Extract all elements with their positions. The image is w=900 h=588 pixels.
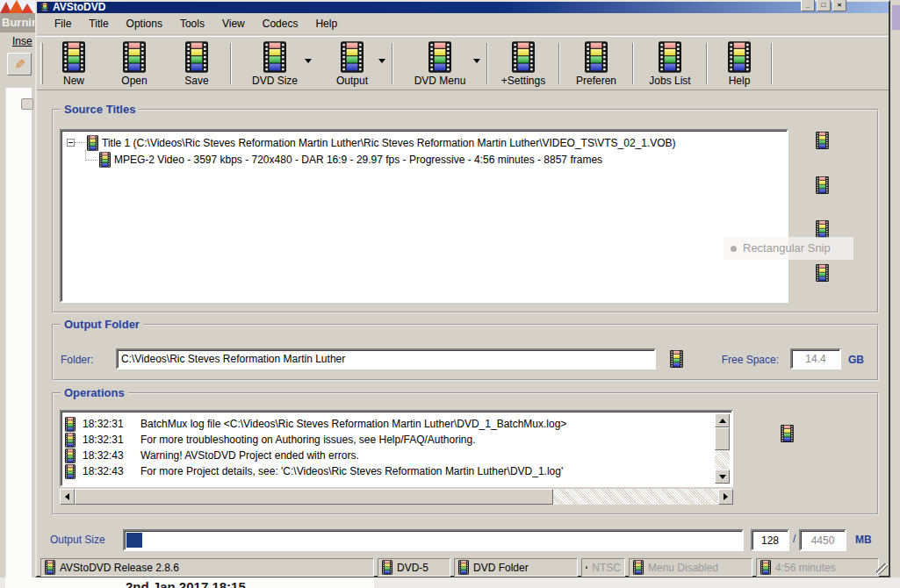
title-remove-button[interactable] [813, 262, 831, 283]
operations-log-list[interactable]: 18:32:31 BatchMux log file <C:\Videos\Ri… [60, 410, 733, 487]
background-menu-item[interactable]: Inse [0, 32, 35, 50]
status-duration: 4:56 minutes [756, 558, 879, 577]
scrollbar-thumb[interactable] [715, 427, 730, 450]
dvd-menu-button[interactable]: DVD Menu [396, 39, 484, 90]
close-button[interactable]: × [832, 0, 846, 11]
preferences-button[interactable]: Preferen [563, 39, 630, 90]
film-icon [428, 41, 451, 73]
film-icon [382, 560, 392, 575]
scroll-left-button[interactable] [60, 489, 75, 505]
settings-button[interactable]: +Settings [491, 39, 556, 90]
background-edit-button[interactable]: ✎ [7, 53, 32, 75]
scroll-right-button[interactable] [718, 489, 733, 505]
jobs-list-button[interactable]: Jobs List [637, 39, 703, 90]
resize-grip[interactable] [876, 563, 888, 575]
background-accent-strip [892, 5, 900, 30]
new-button[interactable]: New [45, 39, 103, 90]
group-title: Operations [61, 386, 128, 399]
avstodvd-window: AVStoDVD _ □ × File Title Options Tools … [35, 0, 890, 577]
save-button[interactable]: Save [166, 39, 227, 90]
background-clipped-text: 2nd Jan 2017 18:15 [126, 579, 246, 588]
log-row[interactable]: 18:32:43 Warning! AVStoDVD Project ended… [65, 448, 731, 463]
vertical-scrollbar[interactable] [715, 413, 730, 484]
film-icon [99, 152, 111, 168]
film-icon [65, 464, 76, 479]
film-icon [62, 41, 85, 73]
tree-connector [75, 142, 85, 143]
toolbar-separator [558, 43, 560, 84]
maximize-button[interactable]: □ [817, 0, 831, 11]
scrollbar-thumb[interactable] [75, 489, 553, 505]
log-row[interactable]: 18:32:43 For more Project details, see: … [65, 463, 731, 479]
dropdown-arrow-icon[interactable] [378, 59, 385, 63]
toolbar-separator [230, 43, 232, 84]
log-message: BatchMux log file <C:\Videos\Ric Steves … [140, 418, 566, 430]
status-release: AVStoDVD Release 2.8.6 [40, 558, 374, 577]
horizontal-scrollbar[interactable] [60, 489, 733, 505]
film-icon [781, 425, 794, 442]
tree-row-video-stream[interactable]: MPEG-2 Video - 3597 kbps - 720x480 - DAR… [67, 151, 787, 168]
status-dvd-size: DVD-5 [378, 558, 450, 577]
progress-fill [126, 533, 142, 548]
free-space-unit: GB [848, 354, 864, 366]
title-add-button[interactable] [813, 130, 831, 151]
log-row[interactable]: 18:32:31 For more troubleshooting on Aut… [65, 432, 731, 448]
log-message: Warning! AVStoDVD Project ended with err… [140, 449, 359, 462]
toolbar-separator [771, 43, 773, 84]
film-icon [659, 41, 681, 73]
help-button[interactable]: Help [710, 39, 768, 90]
film-icon [728, 41, 751, 73]
output-size-unit: MB [855, 534, 872, 546]
scroll-up-button[interactable] [715, 413, 730, 427]
folder-path-input[interactable] [116, 348, 656, 369]
background-window-title: Burnin [0, 13, 35, 32]
scroll-down-button[interactable] [715, 470, 730, 484]
log-time: 18:32:43 [83, 465, 128, 477]
minimize-button[interactable]: _ [801, 0, 815, 11]
output-size-separator: / [793, 533, 796, 545]
dvd-size-button[interactable]: DVD Size [234, 39, 315, 90]
snip-tooltip-ghost: Rectangular Snip [724, 237, 853, 260]
menu-help[interactable]: Help [306, 15, 346, 32]
film-icon [816, 264, 829, 282]
menu-title[interactable]: Title [80, 15, 117, 32]
film-icon [633, 560, 644, 575]
source-titles-tree[interactable]: Title 1 (C:\Videos\Ric Steves Reformatio… [60, 129, 788, 303]
menu-view[interactable]: View [213, 15, 254, 32]
dropdown-arrow-icon[interactable] [305, 59, 312, 63]
operations-log-button[interactable] [778, 423, 796, 444]
menu-codecs[interactable]: Codecs [254, 15, 307, 32]
log-row[interactable]: 18:32:31 BatchMux log file <C:\Videos\Ri… [65, 416, 731, 432]
output-button[interactable]: Output [315, 39, 389, 90]
collapse-icon[interactable] [67, 139, 75, 147]
status-tv-system: NTSC [581, 558, 625, 577]
tree-item-label: Title 1 (C:\Videos\Ric Steves Reformatio… [102, 137, 676, 149]
menu-file[interactable]: File [46, 15, 80, 32]
toolbar-separator [632, 43, 634, 84]
status-bar: AVStoDVD Release 2.8.6 DVD-5 DVD Folder … [39, 557, 889, 577]
menu-tools[interactable]: Tools [171, 15, 213, 32]
dropdown-arrow-icon[interactable] [473, 59, 480, 63]
tree-row-title1[interactable]: Title 1 (C:\Videos\Ric Steves Reformatio… [67, 134, 787, 151]
background-app-logo [0, 0, 35, 13]
folder-browse-button[interactable] [667, 349, 685, 369]
toolbar-grip [40, 43, 43, 84]
snip-icon [731, 246, 737, 252]
group-title: Output Folder [61, 318, 143, 331]
titlebar[interactable]: AVStoDVD _ □ × [37, 2, 889, 13]
log-message: For more troubleshooting on Authoring is… [140, 434, 476, 446]
free-space-value [790, 348, 841, 369]
output-size-current[interactable] [751, 529, 789, 551]
title-edit-button[interactable] [813, 175, 831, 196]
status-output-mode: DVD Folder [454, 558, 578, 577]
background-strip-bottom: 2nd Jan 2017 18:15 [0, 577, 900, 588]
menu-options[interactable]: Options [118, 15, 171, 32]
film-icon [123, 41, 146, 73]
background-window-left: Burnin Inse ✎ [0, 0, 35, 588]
background-document-area [5, 88, 32, 588]
film-icon [512, 41, 535, 73]
output-size-progressbar [123, 529, 744, 551]
open-button[interactable]: Open [103, 39, 166, 90]
film-icon [816, 176, 829, 194]
free-space-label: Free Space: [716, 354, 779, 366]
